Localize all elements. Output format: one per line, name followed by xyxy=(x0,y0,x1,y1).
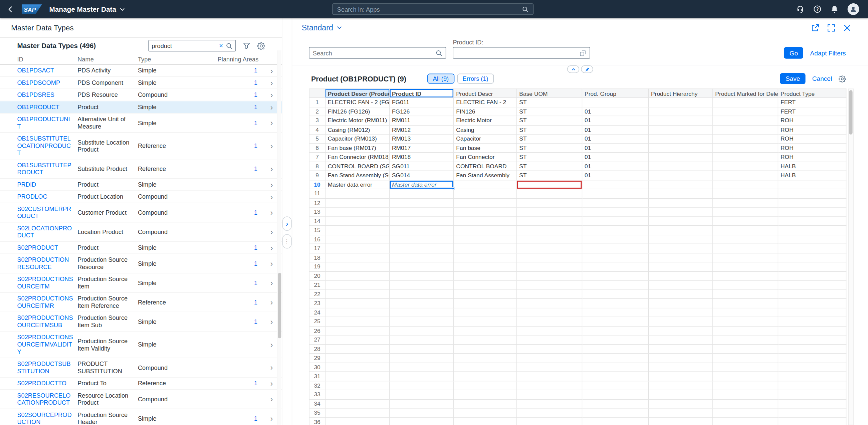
grid-cell[interactable]: ST xyxy=(517,134,583,144)
grid-cell[interactable] xyxy=(649,344,713,354)
panel-splitter[interactable]: › ⋮ xyxy=(282,18,292,425)
chevron-right-icon[interactable]: › xyxy=(258,229,273,235)
grid-cell[interactable] xyxy=(713,271,778,280)
grid-cell[interactable] xyxy=(390,390,454,399)
collapse-header-button[interactable] xyxy=(567,65,579,73)
item-id-link[interactable]: PRDID xyxy=(17,181,78,188)
shell-search[interactable] xyxy=(332,3,534,15)
grid-cell[interactable] xyxy=(517,344,583,354)
grid-cell[interactable] xyxy=(582,198,649,207)
column-header-id[interactable]: ID xyxy=(17,56,78,62)
grid-cell[interactable] xyxy=(454,226,517,235)
grid-cell[interactable] xyxy=(582,217,649,226)
grid-cell[interactable]: ST xyxy=(517,171,583,180)
grid-cell[interactable] xyxy=(713,299,778,308)
grid-cell[interactable] xyxy=(778,336,846,344)
grid-cell[interactable] xyxy=(326,408,390,418)
grid-cell[interactable] xyxy=(649,171,713,180)
grid-cell[interactable] xyxy=(454,408,517,418)
grid-cell[interactable] xyxy=(454,344,517,354)
list-item[interactable]: S02PRODUCTProductSimple1› xyxy=(0,242,282,254)
row-number[interactable]: 23 xyxy=(309,299,326,308)
grid-cell[interactable] xyxy=(582,180,649,189)
grid-cell[interactable] xyxy=(778,344,846,354)
row-number[interactable]: 12 xyxy=(309,198,326,207)
grid-cell[interactable] xyxy=(326,418,390,425)
planning-areas-link[interactable]: 1 xyxy=(188,260,258,267)
table-settings-icon[interactable] xyxy=(839,75,846,83)
grid-cell[interactable] xyxy=(517,372,583,381)
grid-cell[interactable]: Fan Stand Assembly xyxy=(454,171,517,180)
row-number[interactable]: 2 xyxy=(309,107,326,116)
grid-cell[interactable] xyxy=(649,235,713,244)
item-id-link[interactable]: OB1PRODUCT xyxy=(17,103,78,111)
grid-cell[interactable] xyxy=(326,326,390,335)
fill-handle[interactable] xyxy=(452,187,454,190)
grid-cell[interactable] xyxy=(517,281,583,290)
grid-cell[interactable] xyxy=(517,290,583,299)
chevron-right-icon[interactable]: › xyxy=(258,318,273,325)
list-item[interactable]: OB1PRODUCTProductSimple1› xyxy=(0,101,282,113)
grid-cell[interactable]: ELECTRIC FAN - 2 (FG011) xyxy=(326,98,390,107)
column-header[interactable]: Product Type xyxy=(778,89,846,98)
chevron-right-icon[interactable]: › xyxy=(258,181,273,188)
grid-cell[interactable] xyxy=(390,281,454,290)
grid-cell[interactable] xyxy=(454,317,517,326)
grid-cell[interactable] xyxy=(649,134,713,144)
grid-cell[interactable] xyxy=(713,244,778,253)
grid-cell[interactable] xyxy=(517,317,583,326)
grid-cell[interactable] xyxy=(390,354,454,363)
planning-areas-link[interactable]: 1 xyxy=(188,279,258,287)
item-id-link[interactable]: OB1PDSCOMP xyxy=(17,79,78,87)
grid-cell[interactable] xyxy=(778,180,846,189)
grid-cell[interactable]: RM012 xyxy=(390,125,454,134)
chevron-right-icon[interactable]: › xyxy=(258,260,273,267)
grid-cell[interactable] xyxy=(390,299,454,308)
grid-cell[interactable] xyxy=(517,336,583,344)
chevron-right-icon[interactable]: › xyxy=(258,165,273,172)
item-id-link[interactable]: OB1SUBSTITUTELOCATIONPRODUCT xyxy=(17,135,78,157)
grid-cell[interactable]: FIN126 xyxy=(454,107,517,116)
grid-cell[interactable] xyxy=(390,235,454,244)
item-id-link[interactable]: S02CUSTOMERPRODUCT xyxy=(17,205,78,220)
grid-cell[interactable] xyxy=(778,217,846,226)
grid-cell[interactable] xyxy=(778,390,846,399)
grid-cell[interactable] xyxy=(713,217,778,226)
go-button[interactable]: Go xyxy=(784,47,804,59)
grid-cell[interactable] xyxy=(778,372,846,381)
row-number[interactable]: 30 xyxy=(309,363,326,372)
grid-cell[interactable] xyxy=(649,308,713,317)
grid-cell[interactable] xyxy=(649,125,713,134)
row-number[interactable]: 36 xyxy=(309,418,326,425)
grid-cell[interactable] xyxy=(713,354,778,363)
grid-cell[interactable] xyxy=(326,198,390,207)
grid-cell[interactable]: Fan base (RM017) xyxy=(326,144,390,153)
grid-cell[interactable]: SG011 xyxy=(390,162,454,171)
list-item[interactable]: OB1SUBSTITUTELOCATIONPRODUCTSubstitute L… xyxy=(0,133,282,159)
grid-cell[interactable] xyxy=(649,390,713,399)
planning-areas-link[interactable]: 1 xyxy=(188,165,258,173)
planning-areas-link[interactable]: 1 xyxy=(188,91,258,99)
grid-cell[interactable] xyxy=(390,198,454,207)
grid-cell[interactable] xyxy=(390,418,454,425)
grid-cell[interactable] xyxy=(326,308,390,317)
grid-cell[interactable] xyxy=(390,271,454,280)
grid-cell[interactable]: Electric Motor xyxy=(454,116,517,125)
grid-cell[interactable] xyxy=(390,408,454,418)
grid-cell[interactable]: 01 xyxy=(582,171,649,180)
splitter-grip[interactable]: ⋮ xyxy=(282,234,292,248)
grid-cell[interactable] xyxy=(390,381,454,390)
row-number[interactable]: 33 xyxy=(309,390,326,399)
row-number[interactable]: 14 xyxy=(309,217,326,226)
list-item[interactable]: S02PRODUCTSUBSTITUTIONPRODUCT SUBSTITUTI… xyxy=(0,358,282,377)
grid-cell[interactable] xyxy=(582,98,649,107)
grid-cell[interactable]: Electric Motor (RM011) xyxy=(326,116,390,125)
chevron-right-icon[interactable]: › xyxy=(258,120,273,126)
grid-cell[interactable] xyxy=(582,408,649,418)
grid-cell[interactable] xyxy=(517,418,583,425)
item-id-link[interactable]: S02SOURCEPRODUCTION xyxy=(17,411,78,425)
grid-cell[interactable]: Casing xyxy=(454,125,517,134)
grid-cell[interactable]: Fan Connector (RM018) xyxy=(326,153,390,162)
column-header[interactable]: Product Marked for Deletion xyxy=(713,89,778,98)
list-item[interactable]: OB1PDSRESPDS ResourceCompound1› xyxy=(0,89,282,101)
